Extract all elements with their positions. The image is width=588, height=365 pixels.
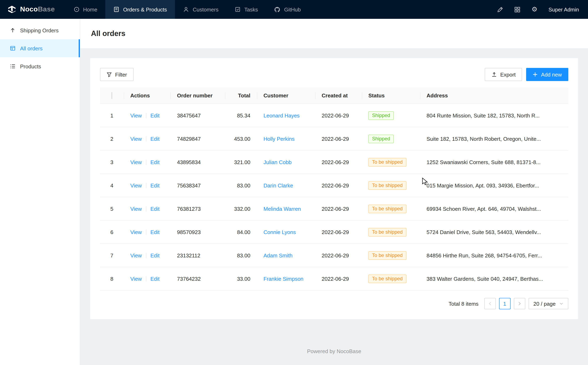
action-divider — [146, 183, 146, 188]
created-at-cell: 2022-06-29 — [315, 104, 362, 127]
page-number-button[interactable]: 1 — [499, 298, 511, 309]
view-link[interactable]: View — [130, 276, 142, 282]
created-at-cell: 2022-06-29 — [315, 220, 362, 244]
view-link[interactable]: View — [130, 229, 142, 235]
sidebar-item-products[interactable]: Products — [0, 57, 80, 75]
orders-card: Filter Export Add new — [90, 58, 578, 319]
nav-item-github[interactable]: GitHub — [266, 0, 309, 19]
customer-link[interactable]: Holly Perkins — [263, 136, 295, 142]
nav-item-label: Customers — [193, 6, 219, 13]
order-number-cell: 98570923 — [170, 220, 225, 244]
top-navbar: NocoBase Home Orders & Products Customer… — [0, 0, 588, 19]
customer-link[interactable]: Darin Clarke — [263, 182, 293, 189]
customer-link[interactable]: Connie Lyons — [263, 229, 296, 235]
sidebar-item-all-orders[interactable]: All orders — [0, 39, 80, 57]
next-page-button[interactable] — [514, 298, 525, 309]
select-all-checkbox[interactable] — [111, 92, 112, 99]
pagination-total: Total 8 items — [449, 301, 479, 307]
ui-editor-highlighter-icon[interactable] — [497, 6, 503, 13]
created-at-cell: 2022-06-29 — [315, 197, 362, 220]
address-cell: Suite 182, 15783, North Robert, Oregon, … — [420, 127, 568, 150]
column-header-created-at: Created at — [315, 88, 362, 104]
status-badge: Shipped — [368, 134, 394, 143]
total-cell: 321.00 — [225, 150, 257, 174]
view-link[interactable]: View — [130, 136, 142, 142]
filter-funnel-icon — [107, 72, 112, 77]
created-at-cell: 2022-06-29 — [315, 267, 362, 290]
nav-item-label: Tasks — [244, 6, 258, 13]
table-header-row: Actions Order number Total Customer Crea… — [100, 88, 568, 104]
customer-link[interactable]: Adam Smith — [263, 252, 293, 258]
column-header-actions: Actions — [124, 88, 170, 104]
order-number-cell: 23132112 — [170, 244, 225, 267]
table-toolbar: Filter Export Add new — [100, 68, 568, 81]
nocobase-logo[interactable]: NocoBase — [0, 0, 65, 19]
table-row: 3 ViewEdit 43895834 321.00 Julian Cobb 2… — [100, 150, 568, 174]
edit-link[interactable]: Edit — [150, 159, 160, 165]
status-badge: To be shipped — [368, 204, 406, 213]
total-cell: 83.00 — [225, 174, 257, 197]
row-index: 2 — [100, 127, 124, 150]
main-area: All orders Filter Export — [80, 19, 588, 365]
action-divider — [146, 159, 146, 165]
customers-icon — [183, 7, 189, 12]
chevron-left-icon — [488, 302, 492, 306]
plugin-manager-grid-icon[interactable] — [514, 6, 520, 13]
edit-link[interactable]: Edit — [150, 252, 160, 258]
table-row: 1 ViewEdit 38475647 85.34 Leonard Hayes … — [100, 104, 568, 127]
edit-link[interactable]: Edit — [150, 229, 160, 235]
view-link[interactable]: View — [130, 252, 142, 258]
edit-link[interactable]: Edit — [150, 136, 160, 142]
total-cell: 33.00 — [225, 267, 257, 290]
order-number-cell: 75638347 — [170, 174, 225, 197]
edit-link[interactable]: Edit — [150, 182, 160, 189]
view-link[interactable]: View — [130, 159, 142, 165]
sidebar-item-shipping-orders[interactable]: Shipping Orders — [0, 21, 80, 39]
action-divider — [146, 136, 146, 141]
add-new-button[interactable]: Add new — [526, 68, 568, 81]
view-link[interactable]: View — [130, 182, 142, 189]
edit-link[interactable]: Edit — [150, 112, 160, 119]
customer-link[interactable]: Melinda Warren — [263, 206, 301, 212]
customer-link[interactable]: Leonard Hayes — [263, 112, 299, 119]
action-divider — [146, 229, 146, 235]
page-size-select[interactable]: 20 / page — [529, 298, 568, 309]
nocobase-logo-icon — [7, 5, 16, 14]
table-row: 2 ViewEdit 74829847 453.00 Holly Perkins… — [100, 127, 568, 150]
settings-gear-icon[interactable]: ⚙ — [531, 6, 537, 13]
user-menu[interactable]: Super Admin — [548, 6, 579, 13]
sidebar-item-label: Products — [20, 63, 41, 69]
order-number-cell: 73764232 — [170, 267, 225, 290]
tasks-icon — [235, 7, 241, 12]
customer-link[interactable]: Frankie Simpson — [263, 276, 303, 282]
row-index: 1 — [100, 104, 124, 127]
export-button[interactable]: Export — [485, 68, 522, 81]
created-at-cell: 2022-06-29 — [315, 150, 362, 174]
filter-button[interactable]: Filter — [100, 68, 134, 81]
view-link[interactable]: View — [130, 112, 142, 119]
created-at-cell: 2022-06-29 — [315, 127, 362, 150]
edit-link[interactable]: Edit — [150, 206, 160, 212]
view-link[interactable]: View — [130, 206, 142, 212]
main-menu: Home Orders & Products Customers Tasks G… — [65, 0, 309, 19]
list-icon — [10, 63, 15, 69]
status-badge: To be shipped — [368, 181, 406, 190]
table-row: 5 ViewEdit 76381273 332.00 Melinda Warre… — [100, 197, 568, 220]
order-number-cell: 38475647 — [170, 104, 225, 127]
edit-link[interactable]: Edit — [150, 276, 160, 282]
address-cell: 5724 Daniel Drive, Suite 563, 54403, Wen… — [420, 220, 568, 244]
nav-item-home[interactable]: Home — [65, 0, 106, 19]
brand-light: Base — [38, 5, 55, 13]
nav-item-tasks[interactable]: Tasks — [227, 0, 266, 19]
pagination: Total 8 items 1 20 / page — [100, 298, 568, 309]
total-cell: 453.00 — [225, 127, 257, 150]
customer-link[interactable]: Julian Cobb — [263, 159, 291, 165]
page-title: All orders — [91, 29, 125, 38]
address-cell: 69934 Schoen River, Apt. 646, 49704, Wal… — [420, 197, 568, 220]
nav-item-customers[interactable]: Customers — [175, 0, 227, 19]
column-header-order-number: Order number — [170, 88, 225, 104]
prev-page-button[interactable] — [484, 298, 496, 309]
nav-item-orders-products[interactable]: Orders & Products — [106, 0, 175, 19]
status-badge: To be shipped — [368, 228, 406, 236]
status-badge: To be shipped — [368, 158, 406, 166]
